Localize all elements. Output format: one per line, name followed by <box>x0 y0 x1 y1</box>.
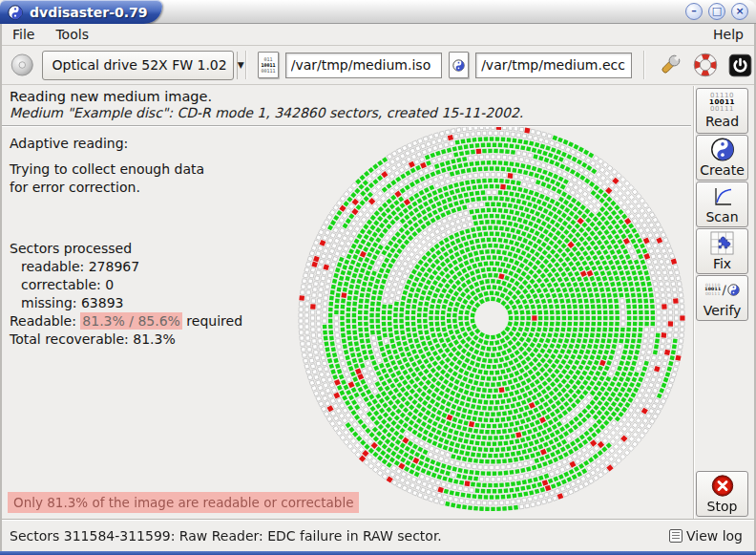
power-icon <box>727 53 753 78</box>
image-icon-digits-3: 00111 <box>261 68 275 74</box>
drive-selector-value: Optical drive 52X FW 1.02 <box>43 57 237 73</box>
app-yinyang-icon <box>8 5 23 20</box>
readable-percentage-highlight: 81.3% / 85.6% <box>80 312 182 330</box>
scan-button[interactable]: Scan <box>696 181 748 227</box>
cd-drive-icon <box>10 51 35 79</box>
reading-info-panel: Adaptive reading: Trying to collect enou… <box>10 136 282 349</box>
action-sidebar: 01110 10011 00111 Read Create Scan <box>696 88 748 321</box>
readable-percentage-line: Readable: 81.3% / 85.6% required <box>10 312 282 331</box>
titlebar[interactable]: dvdisaster-0.79 – □ × <box>0 0 756 24</box>
fix-button-label: Fix <box>713 256 731 271</box>
read-button[interactable]: 01110 10011 00111 Read <box>696 88 748 134</box>
quit-button[interactable] <box>726 52 754 79</box>
verify-button-label: Verify <box>704 303 742 318</box>
create-yinyang-icon <box>710 138 735 161</box>
slash-glyph: ∕ <box>722 283 725 297</box>
wrench-icon <box>657 52 683 78</box>
stop-button[interactable]: Stop <box>696 471 748 517</box>
menubar: File Tools Help <box>2 24 754 46</box>
status-header: Reading new medium image. Medium "Exampl… <box>2 86 691 126</box>
adaptive-reading-title: Adaptive reading: <box>10 136 282 151</box>
read-button-label: Read <box>705 114 739 129</box>
total-recoverable-line: Total recoverable: 81.3% <box>10 331 282 349</box>
ecc-yinyang-icon <box>452 59 465 72</box>
view-log-button[interactable]: View log <box>665 526 746 545</box>
ecc-file-input[interactable] <box>475 53 632 78</box>
sectors-readable: readable: 278967 <box>10 258 282 276</box>
scan-button-label: Scan <box>705 209 738 224</box>
sectors-missing: missing: 63893 <box>10 294 282 312</box>
readability-warning: Only 81.3% of the image are readable or … <box>8 492 359 513</box>
menu-file[interactable]: File <box>2 25 45 44</box>
disc-sector-spiral <box>282 127 692 516</box>
create-button[interactable]: Create <box>696 135 748 181</box>
scan-curve-icon <box>711 185 734 208</box>
menu-tools[interactable]: Tools <box>45 25 99 44</box>
close-button[interactable]: × <box>731 3 748 20</box>
image-file-icon: 011 10011 00111 <box>258 52 278 78</box>
log-list-icon <box>669 529 682 543</box>
chevron-down-icon: ▼ <box>238 60 244 70</box>
view-log-label: View log <box>686 528 743 544</box>
help-lifering-button[interactable] <box>691 51 720 79</box>
adaptive-reading-desc: Trying to collect enough data for error … <box>10 160 282 197</box>
titlebar-tab[interactable]: dvdisaster-0.79 <box>0 0 162 24</box>
sectors-correctable: correctable: 0 <box>10 276 282 294</box>
toolbar-separator <box>643 51 644 79</box>
image-file-input[interactable] <box>285 53 442 78</box>
verify-yinyang-icon <box>727 284 740 296</box>
verify-button[interactable]: 01110 10011 00111 ∕ Verify <box>696 275 748 321</box>
statusbar: Sectors 311584-311599: Raw Reader: EDC f… <box>2 519 754 551</box>
fix-button[interactable]: Fix <box>696 228 748 274</box>
lifering-icon <box>692 52 719 78</box>
stop-icon <box>710 474 735 498</box>
menu-help[interactable]: Help <box>703 25 754 44</box>
preferences-button[interactable] <box>656 51 684 79</box>
statusbar-message: Sectors 311584-311599: Raw Reader: EDC f… <box>10 528 442 544</box>
window-border-bottom <box>0 551 756 555</box>
window-title: dvdisaster-0.79 <box>30 5 148 20</box>
create-button-label: Create <box>700 162 745 178</box>
dropdown-arrow-box[interactable]: ▼ <box>237 52 244 79</box>
dvdisaster-window: dvdisaster-0.79 – □ × File Tools Help Op… <box>0 0 756 555</box>
status-line1: Reading new medium image. <box>10 89 691 104</box>
puzzle-icon <box>710 231 734 255</box>
sidebar-separator <box>693 86 694 519</box>
verify-icon: 01110 10011 00111 ∕ <box>704 279 740 302</box>
status-line2: Medium "Example disc": CD-R mode 1, 3428… <box>10 105 691 120</box>
read-binary-icon: 01110 10011 00111 <box>709 93 735 113</box>
ecc-file-icon <box>449 52 469 78</box>
toolbar-separator <box>245 51 246 79</box>
maximize-button[interactable]: □ <box>708 3 725 20</box>
sectors-processed-title: Sectors processed <box>10 240 282 258</box>
stop-button-label: Stop <box>707 499 738 514</box>
drive-selector-dropdown[interactable]: Optical drive 52X FW 1.02 ▼ <box>42 51 235 80</box>
toolbar: Optical drive 52X FW 1.02 ▼ 011 10011 00… <box>2 46 754 85</box>
minimize-button[interactable]: – <box>685 3 703 20</box>
